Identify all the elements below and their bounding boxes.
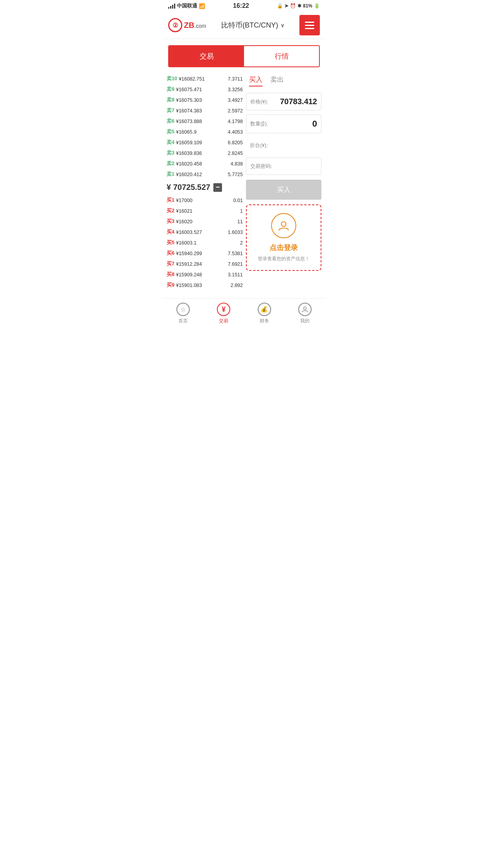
sell-label: 卖10 xyxy=(167,75,177,82)
alarm-icon: ⏰ xyxy=(290,3,296,9)
buy-order-row[interactable]: 买3 ¥16020 11 xyxy=(165,216,244,227)
buy-qty: 11 xyxy=(237,219,243,224)
nav-mine-label: 我的 xyxy=(300,318,310,324)
buy-tab[interactable]: 买入 xyxy=(249,75,262,86)
buy-order-row[interactable]: 买8 ¥15909.248 3.1511 xyxy=(165,269,244,280)
buy-label: 买7 xyxy=(167,261,174,267)
logo[interactable]: ② ZB.com xyxy=(168,18,206,32)
wifi-icon: 📶 xyxy=(199,3,205,9)
zhe-label: 折合(¥): xyxy=(250,142,268,149)
sell-order-row[interactable]: 卖5 ¥16065.9 4.4053 xyxy=(165,127,244,137)
qty-field[interactable]: 数量(₿): 0 xyxy=(246,114,321,133)
finance-icon: 💰 xyxy=(258,303,271,316)
status-bar: 中国联通 📶 16:22 🔒 ➤ ⏰ ✱ 81% 🔋 xyxy=(163,0,325,12)
header: ② ZB.com 比特币(BTC/CNY) ∨ xyxy=(163,12,325,39)
menu-line-2 xyxy=(305,25,314,26)
sell-price: ¥16059.109 xyxy=(176,140,228,145)
order-book: 卖10 ¥16082.751 7.3711 卖9 ¥16075.471 3.32… xyxy=(165,74,244,291)
sell-order-row[interactable]: 卖9 ¥16075.471 3.3256 xyxy=(165,84,244,95)
sell-order-row[interactable]: 卖10 ¥16082.751 7.3711 xyxy=(165,74,244,84)
sell-order-row[interactable]: 卖1 ¥16020.412 5.7725 xyxy=(165,169,244,180)
sell-order-row[interactable]: 卖6 ¥16073.888 4.1798 xyxy=(165,116,244,127)
carrier-label: 中国联通 xyxy=(177,2,197,9)
tab-trade[interactable]: 交易 xyxy=(169,46,244,66)
sell-label: 卖6 xyxy=(167,118,174,125)
qty-value: 0 xyxy=(312,119,317,129)
svg-point-1 xyxy=(304,307,306,310)
buy-order-row[interactable]: 买5 ¥16003.1 2 xyxy=(165,237,244,248)
qty-label: 数量(₿): xyxy=(250,120,268,127)
header-title[interactable]: 比特币(BTC/CNY) ∨ xyxy=(221,20,284,30)
buy-qty: 2.892 xyxy=(231,283,243,288)
bluetooth-icon: ✱ xyxy=(297,3,301,9)
status-left: 中国联通 📶 xyxy=(168,2,205,9)
sell-qty: 3.4927 xyxy=(228,97,243,103)
sell-qty: 6.8205 xyxy=(228,140,243,145)
buy-order-row[interactable]: 买7 ¥15912.284 7.6921 xyxy=(165,259,244,269)
sell-label: 卖8 xyxy=(167,97,174,103)
price-label: 价格(¥): xyxy=(250,98,268,105)
sell-order-row[interactable]: 卖4 ¥16059.109 6.8205 xyxy=(165,137,244,148)
price-field[interactable]: 价格(¥): 70783.412 xyxy=(246,93,321,110)
sell-label: 卖3 xyxy=(167,150,174,156)
buy-qty: 1 xyxy=(240,208,243,214)
buy-label: 买9 xyxy=(167,282,174,289)
sell-price: ¥16065.9 xyxy=(176,129,228,135)
buy-qty: 7.6921 xyxy=(228,261,243,267)
sell-qty: 4.4053 xyxy=(228,129,243,135)
buy-order-row[interactable]: 买1 ¥17000 0.01 xyxy=(165,195,244,206)
sell-order-row[interactable]: 卖2 ¥16020.458 4.838 xyxy=(165,158,244,169)
mid-price-value: ¥ 70725.527 xyxy=(167,183,210,192)
password-field[interactable]: 交易密码: xyxy=(246,158,321,175)
location-icon: ➤ xyxy=(284,3,288,9)
buy-price: ¥15912.284 xyxy=(176,261,228,267)
sell-qty: 2.5972 xyxy=(228,108,243,114)
trade-icon: ¥ xyxy=(217,303,230,316)
sell-order-row[interactable]: 卖8 ¥16075.303 3.4927 xyxy=(165,95,244,105)
main-content: 卖10 ¥16082.751 7.3711 卖9 ¥16075.471 3.32… xyxy=(163,74,325,291)
buy-price: ¥16020 xyxy=(176,219,237,224)
sell-price: ¥16020.412 xyxy=(176,172,228,177)
sell-order-row[interactable]: 卖7 ¥16074.383 2.5972 xyxy=(165,105,244,116)
buy-price: ¥17000 xyxy=(176,198,233,203)
tab-market[interactable]: 行情 xyxy=(244,46,319,66)
chevron-down-icon: ∨ xyxy=(281,22,284,28)
sell-label: 卖5 xyxy=(167,129,174,135)
buy-label: 买4 xyxy=(167,229,174,235)
sell-qty: 5.7725 xyxy=(228,172,243,177)
buy-qty: 7.5381 xyxy=(228,251,243,256)
buy-order-row[interactable]: 买6 ¥15940.299 7.5381 xyxy=(165,248,244,259)
sell-tab[interactable]: 卖出 xyxy=(270,75,284,86)
nav-home[interactable]: ☆ 首页 xyxy=(171,303,195,324)
user-icon xyxy=(271,213,296,238)
sell-label: 卖1 xyxy=(167,171,174,178)
sell-qty: 7.3711 xyxy=(228,76,243,82)
minus-button[interactable]: − xyxy=(213,183,222,192)
nav-home-label: 首页 xyxy=(178,318,188,324)
nav-trade[interactable]: ¥ 交易 xyxy=(212,303,235,324)
signal-icon xyxy=(168,4,175,9)
lock-icon: 🔒 xyxy=(277,3,283,9)
buy-order-row[interactable]: 买4 ¥16003.527 1.6033 xyxy=(165,227,244,237)
sell-price: ¥16039.836 xyxy=(176,151,228,156)
menu-button[interactable] xyxy=(299,15,320,35)
sell-qty: 4.838 xyxy=(231,161,243,167)
sell-order-row[interactable]: 卖3 ¥16039.836 2.8245 xyxy=(165,148,244,158)
buy-price: ¥16003.527 xyxy=(176,230,228,235)
buy-qty: 3.1511 xyxy=(228,272,243,278)
buy-button[interactable]: 买入 xyxy=(246,180,321,200)
nav-finance[interactable]: 💰 财务 xyxy=(253,303,276,324)
nav-finance-label: 财务 xyxy=(260,318,269,324)
login-box[interactable]: 点击登录 登录查看您的资产信息！ xyxy=(246,204,321,271)
buy-order-row[interactable]: 买9 ¥15901.083 2.892 xyxy=(165,280,244,291)
sell-qty: 3.3256 xyxy=(228,87,243,92)
login-button[interactable]: 点击登录 xyxy=(251,243,316,252)
sell-price: ¥16075.303 xyxy=(176,97,228,103)
buy-sell-tabs: 买入 卖出 xyxy=(246,74,321,88)
trade-panel: 买入 卖出 价格(¥): 70783.412 数量(₿): 0 折合(¥): 交… xyxy=(244,74,323,291)
sell-qty: 4.1798 xyxy=(228,119,243,124)
buy-order-row[interactable]: 买2 ¥16021 1 xyxy=(165,206,244,216)
nav-mine[interactable]: 我的 xyxy=(293,303,317,324)
svg-point-0 xyxy=(281,222,286,226)
sell-price: ¥16020.458 xyxy=(176,161,231,167)
